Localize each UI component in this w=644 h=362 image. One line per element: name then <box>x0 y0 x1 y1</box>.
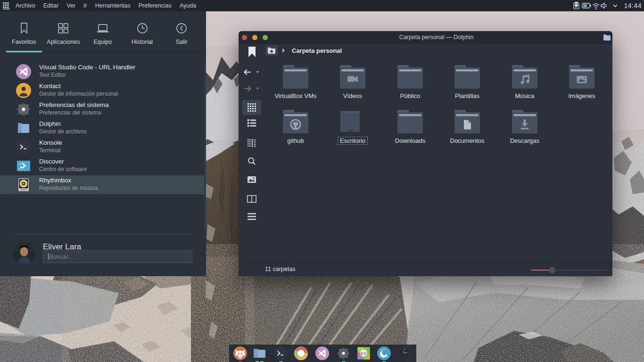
svg-text:KV: KV <box>361 351 367 356</box>
svg-text:12: 12 <box>403 348 406 351</box>
